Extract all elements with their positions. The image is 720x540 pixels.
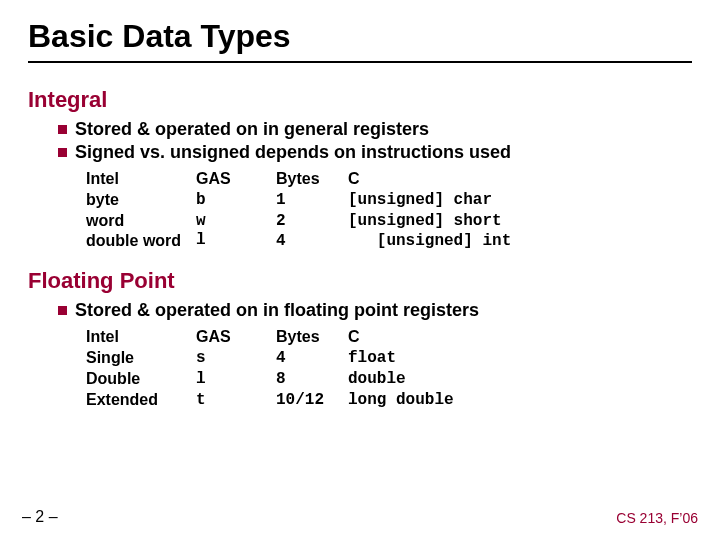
- slide-number: – 2 –: [22, 508, 58, 526]
- cell-intel: double word: [86, 231, 276, 252]
- header-intel: Intel: [86, 327, 196, 348]
- slide: Basic Data Types Integral Stored & opera…: [0, 0, 720, 540]
- table-row: double word 4 [unsigned] int: [86, 231, 692, 252]
- bullet-text: Signed vs. unsigned depends on instructi…: [75, 142, 511, 163]
- cell-c: [unsigned] int: [348, 231, 511, 252]
- table-header-row: Intel GAS Bytes C: [86, 169, 692, 190]
- cell-bytes: 1: [276, 190, 348, 211]
- cell-intel: Single: [86, 348, 196, 369]
- cell-c: [unsigned] char: [348, 190, 492, 211]
- cell-intel: Double: [86, 369, 196, 390]
- list-item: Signed vs. unsigned depends on instructi…: [58, 142, 692, 163]
- bullet-text: Stored & operated on in general register…: [75, 119, 429, 140]
- cell-gas: t: [196, 390, 276, 411]
- header-intel: Intel: [86, 169, 196, 190]
- header-c: C: [348, 327, 360, 348]
- cell-intel: Extended: [86, 390, 196, 411]
- header-bytes: Bytes: [276, 327, 348, 348]
- table-header-row: Intel GAS Bytes C: [86, 327, 692, 348]
- floating-bullets: Stored & operated on in floating point r…: [58, 300, 692, 321]
- header-bytes: Bytes: [276, 169, 348, 190]
- cell-bytes: 8: [276, 369, 348, 390]
- course-footer: CS 213, F’06: [616, 510, 698, 526]
- header-gas: GAS: [196, 327, 276, 348]
- cell-bytes: 4: [276, 231, 348, 252]
- cell-bytes: 10/12: [276, 390, 348, 411]
- cell-bytes: 4: [276, 348, 348, 369]
- table-row: Double l 8 double: [86, 369, 692, 390]
- floating-table: Intel GAS Bytes C Single s 4 float Doubl…: [86, 327, 692, 410]
- bullet-text: Stored & operated on in floating point r…: [75, 300, 479, 321]
- cell-gas: b: [196, 190, 276, 211]
- list-item: Stored & operated on in floating point r…: [58, 300, 692, 321]
- integral-bullets: Stored & operated on in general register…: [58, 119, 692, 163]
- square-bullet-icon: [58, 125, 67, 134]
- table-row: Single s 4 float: [86, 348, 692, 369]
- cell-gas: l: [196, 369, 276, 390]
- section-heading-integral: Integral: [28, 87, 692, 113]
- table-row: byte b 1 [unsigned] char: [86, 190, 692, 211]
- header-c: C: [348, 169, 360, 190]
- square-bullet-icon: [58, 148, 67, 157]
- cell-gas: s: [196, 348, 276, 369]
- square-bullet-icon: [58, 306, 67, 315]
- title-divider: [28, 61, 692, 63]
- integral-table: Intel GAS Bytes C byte b 1 [unsigned] ch…: [86, 169, 692, 252]
- cell-gas: l: [196, 231, 206, 249]
- table-row: Extended t 10/12 long double: [86, 390, 692, 411]
- cell-intel: word: [86, 211, 196, 232]
- section-heading-floating: Floating Point: [28, 268, 692, 294]
- page-title: Basic Data Types: [28, 18, 692, 55]
- cell-c: float: [348, 348, 396, 369]
- cell-bytes: 2: [276, 211, 348, 232]
- table-row: word w 2 [unsigned] short: [86, 211, 692, 232]
- cell-intel: byte: [86, 190, 196, 211]
- list-item: Stored & operated on in general register…: [58, 119, 692, 140]
- cell-gas: w: [196, 211, 276, 232]
- cell-c: long double: [348, 390, 454, 411]
- cell-c: [unsigned] short: [348, 211, 502, 232]
- header-gas: GAS: [196, 169, 276, 190]
- cell-c: double: [348, 369, 406, 390]
